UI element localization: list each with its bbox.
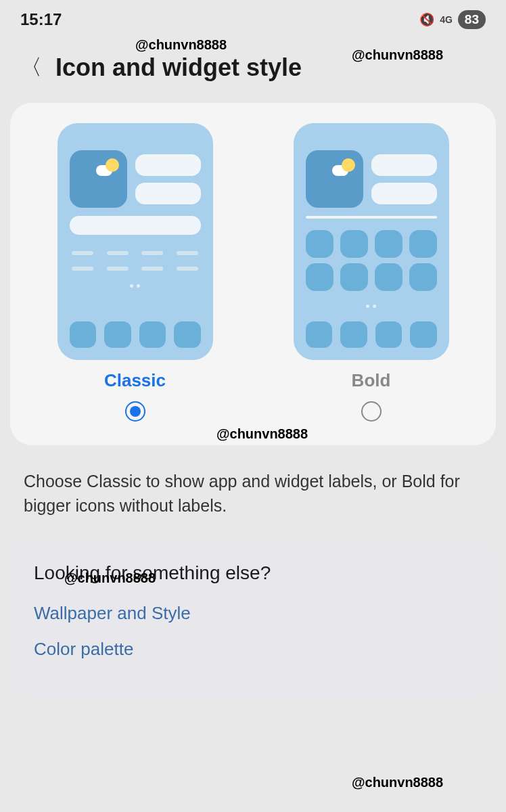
style-options-card: Classic <box>10 103 496 445</box>
style-description: Choose Classic to show app and widget la… <box>0 445 506 539</box>
header: 〈 Icon and widget style <box>0 36 506 103</box>
status-right: 🔇 4G 83 <box>419 10 486 29</box>
radio-classic[interactable] <box>125 401 145 422</box>
watermark: @chunvn8888 <box>135 37 227 53</box>
link-color-palette[interactable]: Color palette <box>34 639 472 660</box>
preview-classic <box>58 123 213 360</box>
weather-widget-icon <box>70 150 127 208</box>
option-classic[interactable]: Classic <box>58 123 213 422</box>
radio-bold[interactable] <box>361 401 382 422</box>
mute-icon: 🔇 <box>419 12 434 27</box>
watermark: @chunvn8888 <box>216 426 308 442</box>
option-classic-label: Classic <box>104 370 166 391</box>
page-title: Icon and widget style <box>55 53 302 82</box>
suggestions-card: Looking for something else? Wallpaper an… <box>10 539 496 698</box>
watermark: @chunvn8888 <box>64 570 156 586</box>
link-wallpaper-style[interactable]: Wallpaper and Style <box>34 603 472 624</box>
status-time: 15:17 <box>20 10 62 29</box>
option-bold-label: Bold <box>352 370 391 391</box>
style-options-row: Classic <box>27 123 479 422</box>
signal-indicator: 4G <box>440 14 453 25</box>
weather-widget-icon <box>306 150 363 208</box>
watermark: @chunvn8888 <box>352 775 443 790</box>
watermark: @chunvn8888 <box>352 47 443 63</box>
preview-bold <box>294 123 449 360</box>
battery-indicator: 83 <box>458 10 486 29</box>
back-button[interactable]: 〈 <box>20 53 42 83</box>
status-bar: 15:17 🔇 4G 83 <box>0 0 506 36</box>
option-bold[interactable]: Bold <box>294 123 449 422</box>
